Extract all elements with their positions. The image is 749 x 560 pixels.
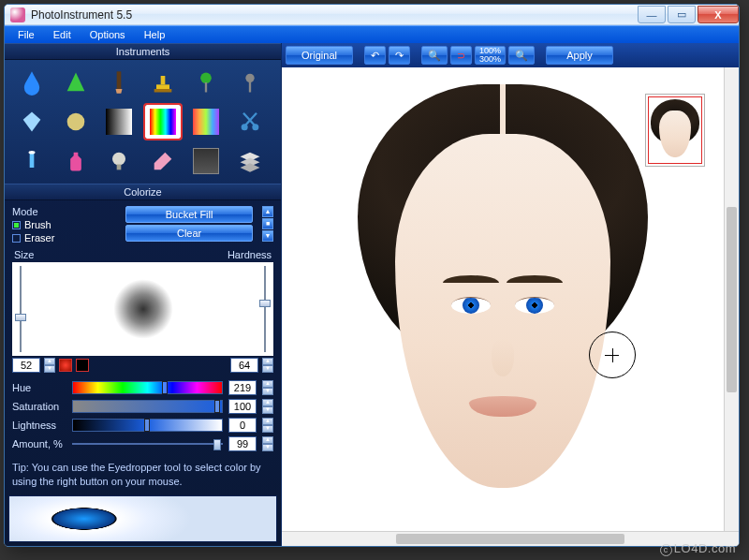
tool-tube[interactable] bbox=[14, 144, 50, 178]
portrait-image bbox=[358, 84, 648, 496]
tool-diamond[interactable] bbox=[14, 105, 50, 139]
instruments-grid bbox=[5, 60, 281, 184]
eyes-banner bbox=[8, 495, 277, 542]
tip-text: Tip: You can use the Eyedropper tool to … bbox=[5, 455, 281, 494]
mode-label: Mode bbox=[12, 206, 118, 217]
search-icon: 🔍 bbox=[428, 47, 441, 64]
color-swatch-red[interactable] bbox=[59, 359, 72, 372]
saturation-spinner[interactable]: ▲▼ bbox=[262, 399, 273, 414]
undo-icon: ↶ bbox=[371, 47, 379, 64]
mode-eraser-checkbox[interactable]: Eraser bbox=[12, 232, 118, 243]
hue-spinner[interactable]: ▲▼ bbox=[262, 380, 273, 395]
menu-edit[interactable]: Edit bbox=[44, 26, 81, 43]
svg-rect-0 bbox=[117, 72, 122, 90]
hardness-spinner[interactable]: ▲▼ bbox=[262, 358, 273, 373]
hardness-value[interactable]: 64 bbox=[230, 358, 258, 373]
amount-label: Amount, % bbox=[12, 438, 66, 449]
tool-layers[interactable] bbox=[232, 144, 268, 178]
svg-point-13 bbox=[112, 153, 125, 166]
mode-down-button[interactable]: ▼ bbox=[262, 230, 273, 242]
minimize-button[interactable]: — bbox=[638, 6, 666, 23]
redo-icon: ↷ bbox=[395, 47, 404, 64]
app-window: PhotoInstrument 5.5 — ▭ X File Edit Opti… bbox=[4, 4, 740, 547]
vertical-scrollbar[interactable] bbox=[724, 67, 739, 531]
saturation-slider[interactable] bbox=[72, 400, 223, 413]
svg-rect-5 bbox=[205, 82, 207, 93]
magnet-icon: ⊃ bbox=[457, 47, 465, 64]
amount-spinner[interactable]: ▲▼ bbox=[262, 436, 273, 451]
tool-gradient[interactable] bbox=[101, 105, 137, 139]
size-slider[interactable] bbox=[12, 262, 29, 356]
hue-slider[interactable] bbox=[72, 381, 223, 394]
tool-eraser[interactable] bbox=[145, 144, 181, 178]
titlebar[interactable]: PhotoInstrument 5.5 — ▭ X bbox=[5, 5, 739, 25]
tool-bulb[interactable] bbox=[101, 144, 137, 178]
zoom-in-button[interactable]: 🔍 bbox=[508, 46, 535, 65]
svg-rect-3 bbox=[154, 89, 171, 93]
mode-mid-button[interactable]: ■ bbox=[262, 218, 273, 229]
amount-slider[interactable] bbox=[72, 437, 223, 450]
navigator-thumbnail[interactable] bbox=[645, 94, 705, 167]
svg-rect-7 bbox=[248, 81, 250, 93]
color-swatch-black[interactable] bbox=[76, 359, 89, 372]
brush-preview bbox=[12, 262, 273, 356]
size-value[interactable]: 52 bbox=[12, 358, 40, 373]
image-viewport[interactable] bbox=[282, 67, 724, 531]
svg-rect-14 bbox=[117, 165, 122, 170]
tool-brush[interactable] bbox=[101, 66, 137, 99]
tool-photo-frame[interactable] bbox=[188, 144, 224, 178]
close-button[interactable]: X bbox=[698, 6, 739, 23]
hardness-slider[interactable] bbox=[257, 262, 273, 356]
hue-label: Hue bbox=[12, 382, 66, 393]
tool-blur[interactable] bbox=[14, 66, 50, 99]
magnet-button[interactable]: ⊃ bbox=[450, 46, 472, 65]
tool-scissors[interactable] bbox=[232, 105, 268, 139]
tool-sharpen[interactable] bbox=[58, 66, 94, 99]
amount-value[interactable]: 99 bbox=[228, 436, 257, 451]
tool-bottle[interactable] bbox=[58, 144, 94, 178]
tool-clone-stamp[interactable] bbox=[145, 66, 181, 99]
clear-button[interactable]: Clear bbox=[125, 225, 253, 242]
svg-point-6 bbox=[245, 74, 254, 82]
svg-point-12 bbox=[29, 151, 36, 155]
zoom-fit-button[interactable]: 🔍 bbox=[421, 46, 448, 65]
mode-up-button[interactable]: ▲ bbox=[262, 206, 273, 217]
lightness-slider[interactable] bbox=[72, 419, 223, 432]
svg-rect-11 bbox=[30, 153, 35, 168]
tool-pin[interactable] bbox=[188, 66, 224, 99]
plus-icon: 🔍 bbox=[515, 47, 528, 64]
lightness-value[interactable]: 0 bbox=[228, 418, 257, 433]
tool-sphere[interactable] bbox=[58, 105, 94, 139]
tool-rainbow[interactable] bbox=[145, 105, 181, 139]
lightness-spinner[interactable]: ▲▼ bbox=[262, 418, 273, 433]
sidebar: Instruments Color bbox=[5, 43, 282, 546]
maximize-button[interactable]: ▭ bbox=[668, 6, 696, 23]
svg-rect-2 bbox=[160, 76, 165, 84]
tool-rainbow-soft[interactable] bbox=[188, 105, 224, 139]
instruments-header: Instruments bbox=[5, 43, 281, 60]
menu-help[interactable]: Help bbox=[135, 26, 175, 43]
mode-brush-checkbox[interactable]: Brush bbox=[12, 219, 118, 230]
tool-dodge[interactable] bbox=[232, 66, 268, 99]
bucket-fill-button[interactable]: Bucket Fill bbox=[125, 206, 253, 223]
svg-point-4 bbox=[200, 73, 212, 84]
hue-value[interactable]: 219 bbox=[228, 380, 257, 395]
menu-bar: File Edit Options Help bbox=[5, 25, 739, 43]
canvas-toolbar: Original ↶ ↷ 🔍 ⊃ 100%300% 🔍 Apply bbox=[282, 43, 739, 67]
zoom-presets-button[interactable]: 100%300% bbox=[475, 46, 506, 65]
saturation-value[interactable]: 100 bbox=[228, 399, 257, 414]
redo-button[interactable]: ↷ bbox=[389, 46, 410, 65]
app-icon bbox=[10, 7, 25, 22]
watermark: cLO4D.com bbox=[660, 541, 736, 556]
original-button[interactable]: Original bbox=[286, 46, 353, 65]
size-label: Size bbox=[14, 249, 34, 260]
apply-button[interactable]: Apply bbox=[546, 46, 613, 65]
svg-point-8 bbox=[66, 113, 84, 131]
menu-options[interactable]: Options bbox=[81, 26, 135, 43]
undo-button[interactable]: ↶ bbox=[364, 46, 386, 65]
saturation-label: Saturation bbox=[12, 401, 66, 412]
colorize-header: Colorize bbox=[5, 184, 281, 200]
hardness-label: Hardness bbox=[228, 249, 272, 260]
size-spinner[interactable]: ▲▼ bbox=[44, 358, 55, 373]
menu-file[interactable]: File bbox=[8, 26, 44, 43]
